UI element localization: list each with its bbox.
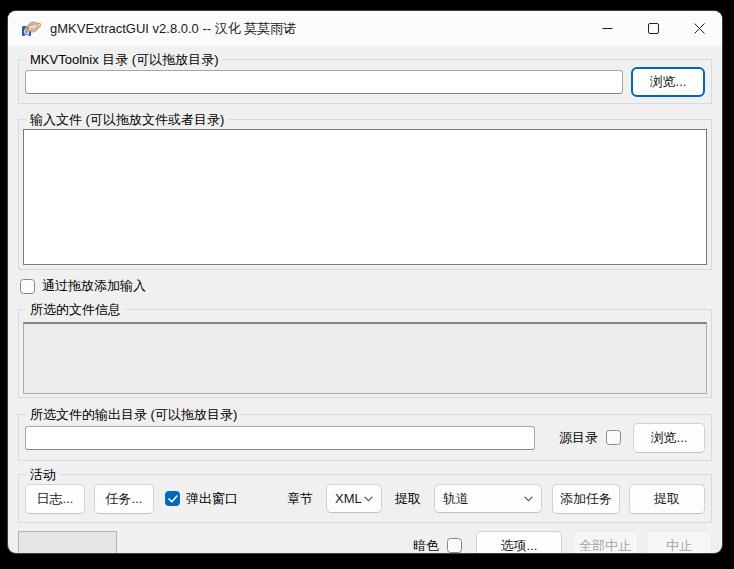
activity-group: 活动 日志... 任务... 弹出窗口 章节 XML 提取 轨道 添加任务 (18, 474, 712, 523)
chapters-format-value: XML (335, 491, 362, 506)
chapters-label: 章节 (287, 490, 313, 508)
mkvtoolnix-dir-group: MKVToolnix 目录 (可以拖放目录) 浏览... (18, 59, 712, 104)
abort-button[interactable]: 中止 (646, 531, 712, 554)
app-icon: g (21, 20, 41, 37)
extract-mode-value: 轨道 (443, 490, 469, 508)
resize-grip[interactable] (702, 551, 716, 553)
progress-bar (18, 531, 117, 553)
popup-window-label: 弹出窗口 (186, 490, 238, 508)
mkvtoolnix-browse-button[interactable]: 浏览... (631, 67, 705, 97)
maximize-icon (648, 23, 659, 34)
extract-mode-select[interactable]: 轨道 (434, 484, 542, 513)
add-job-button[interactable]: 添加任务 (552, 484, 620, 514)
maximize-button[interactable] (630, 11, 676, 46)
title-bar[interactable]: g gMKVExtractGUI v2.8.0.0 -- 汉化 莫莫雨诺 (8, 11, 722, 46)
file-info-group-label: 所选的文件信息 (26, 301, 125, 318)
close-icon (694, 23, 705, 34)
file-info-text (23, 322, 707, 394)
output-dir-input[interactable] (25, 426, 535, 450)
options-button[interactable]: 选项... (476, 531, 562, 554)
status-bar: 暗色 选项... 全部中止 中止 (18, 528, 712, 553)
window-controls (584, 11, 722, 46)
mkvtoolnix-dir-input[interactable] (25, 70, 623, 94)
input-files-group-label: 输入文件 (可以拖放文件或者目录) (26, 111, 228, 128)
extract-mode-label: 提取 (395, 490, 421, 508)
activity-group-label: 活动 (26, 466, 60, 483)
minimize-icon (602, 23, 613, 34)
jobs-button[interactable]: 任务... (94, 484, 154, 514)
abort-all-button[interactable]: 全部中止 (572, 531, 638, 554)
chevron-down-icon (524, 496, 533, 502)
output-browse-button[interactable]: 浏览... (633, 423, 705, 453)
chevron-down-icon (364, 496, 373, 502)
output-dir-group: 所选文件的输出目录 (可以拖放目录) 源目录 浏览... (18, 414, 712, 461)
check-icon (168, 495, 178, 503)
input-files-list[interactable] (23, 129, 707, 265)
window-title: gMKVExtractGUI v2.8.0.0 -- 汉化 莫莫雨诺 (50, 20, 296, 38)
add-by-drag-checkbox[interactable] (20, 279, 35, 294)
close-button[interactable] (676, 11, 722, 46)
dark-mode-checkbox[interactable] (447, 538, 462, 553)
source-dir-label: 源目录 (559, 429, 598, 447)
popup-window-checkbox[interactable] (165, 491, 180, 506)
mkvtoolnix-dir-group-label: MKVToolnix 目录 (可以拖放目录) (26, 51, 223, 68)
input-files-group: 输入文件 (可以拖放文件或者目录) (18, 119, 712, 270)
app-window: g gMKVExtractGUI v2.8.0.0 -- 汉化 莫莫雨诺 MKV… (8, 11, 722, 553)
client-area: MKVToolnix 目录 (可以拖放目录) 浏览... 输入文件 (可以拖放文… (8, 46, 722, 553)
minimize-button[interactable] (584, 11, 630, 46)
log-button[interactable]: 日志... (25, 484, 85, 514)
chapters-format-select[interactable]: XML (326, 484, 382, 513)
file-info-group: 所选的文件信息 (18, 309, 712, 398)
extract-button[interactable]: 提取 (629, 484, 705, 514)
add-by-drag-label: 通过拖放添加输入 (42, 277, 146, 295)
dark-mode-label: 暗色 (413, 537, 439, 554)
source-dir-checkbox[interactable] (606, 430, 621, 445)
output-dir-group-label: 所选文件的输出目录 (可以拖放目录) (26, 406, 241, 423)
